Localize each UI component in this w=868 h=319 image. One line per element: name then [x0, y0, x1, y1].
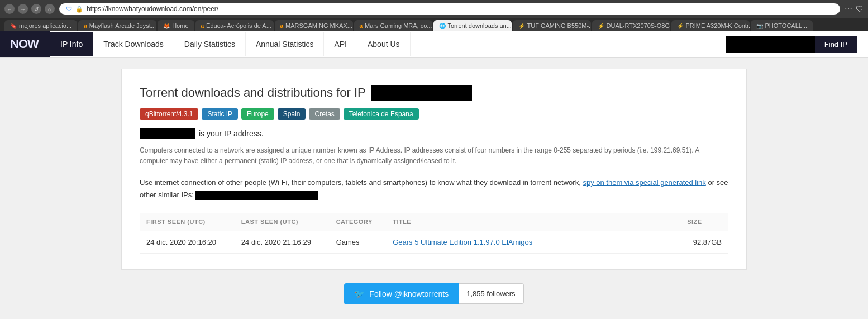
browser-tab-7[interactable]: 🌐 Torrent downloads an... — [433, 20, 512, 31]
nav-search-input[interactable] — [726, 36, 815, 53]
tab-favicon-7: 🌐 — [439, 23, 446, 29]
browser-shield-icon: 🛡 — [66, 6, 72, 12]
tab-label-1: mejores aplicacio... — [19, 22, 71, 29]
browser-menu-icon[interactable]: ⋯ — [845, 4, 852, 13]
ip-mini-redacted — [140, 128, 195, 139]
tab-label-8: TUF GAMING B550M-... — [527, 22, 591, 29]
col-header-category: CATEGORY — [330, 213, 387, 231]
tags-row: qBittorrent/4.3.1 Static IP Europe Spain… — [140, 108, 728, 120]
ip-address-redacted — [371, 85, 472, 101]
browser-tab-1[interactable]: 🔖 mejores aplicacio... — [4, 20, 77, 31]
browser-tab-3[interactable]: 🦊 Home — [158, 20, 194, 31]
tab-label-10: PRIME A320M-K Contr... — [686, 22, 750, 29]
browser-nav-buttons: ← → ↺ ⌂ — [4, 4, 55, 14]
cell-first-seen: 24 dic. 2020 20:16:20 — [140, 231, 235, 253]
tab-favicon-6: a — [360, 23, 363, 29]
site-navigation: NOW IP Info Track Downloads Daily Statis… — [0, 31, 868, 58]
tag-static-ip: Static IP — [202, 108, 238, 120]
tab-label-9: DUAL-RTX2070S-O8G... — [607, 22, 670, 29]
browser-tab-9[interactable]: ⚡ DUAL-RTX2070S-O8G... — [592, 20, 670, 31]
spy-link[interactable]: spy on them via special generated link — [583, 178, 705, 187]
cell-size: 92.87GB — [680, 231, 728, 253]
content-card: Torrent downloads and distributions for … — [121, 69, 747, 270]
back-button[interactable]: ← — [4, 4, 15, 14]
page-title-text: Torrent downloads and distributions for … — [140, 85, 366, 100]
cell-title: Gears 5 Ultimate Edition 1.1.97.0 ElAmig… — [386, 231, 680, 253]
nav-link-track-downloads[interactable]: Track Downloads — [93, 32, 174, 56]
tag-qbittorrent: qBittorrent/4.3.1 — [140, 108, 198, 120]
twitter-icon: 🐦 — [354, 289, 365, 299]
tag-europe: Europe — [241, 108, 274, 120]
use-text-before: Use internet connection of other people … — [140, 178, 581, 187]
tab-label-6: Mars Gaming MRA, co... — [365, 22, 432, 29]
tab-favicon-11: 📷 — [756, 23, 763, 29]
similar-ips-redacted — [195, 191, 318, 200]
tab-favicon-8: ⚡ — [518, 23, 525, 29]
browser-tab-11[interactable]: 📷 PHOTOCALL... — [751, 20, 813, 31]
browser-extension-icon: 🛡 — [856, 4, 864, 13]
find-ip-button[interactable]: Find IP — [815, 36, 857, 53]
browser-tab-6[interactable]: a Mars Gaming MRA, co... — [354, 20, 432, 31]
tag-telefonica: Telefonica de Espana — [344, 108, 419, 120]
main-content: Torrent downloads and distributions for … — [0, 58, 868, 319]
tab-favicon-3: 🦊 — [163, 23, 170, 29]
url-text: https://iknowwhatyoudownload.com/en/peer… — [87, 5, 218, 13]
nav-link-daily-statistics[interactable]: Daily Statistics — [174, 32, 246, 56]
title-link[interactable]: Gears 5 Ultimate Edition 1.1.97.0 ElAmig… — [393, 238, 532, 246]
ip-your-address: is your IP address. — [140, 128, 728, 139]
tab-label-4: Educa- Acrópolis de A... — [206, 22, 271, 29]
nav-search-area: Find IP — [726, 36, 868, 53]
your-ip-label: is your IP address. — [199, 129, 264, 138]
address-bar[interactable]: 🛡 🔒 https://iknowwhatyoudownload.com/en/… — [59, 3, 840, 15]
col-header-title: TITLE — [386, 213, 680, 231]
reload-button[interactable]: ↺ — [31, 4, 41, 14]
cell-category: Games — [330, 231, 387, 253]
twitter-follow-label: Follow @iknowtorrents — [369, 289, 449, 298]
tab-label-7: Torrent downloads an... — [448, 22, 512, 29]
browser-tab-4[interactable]: a Educa- Acrópolis de A... — [195, 20, 274, 31]
tab-label-2: Mayflash Arcade Joyst... — [89, 22, 156, 29]
tab-favicon-10: ⚡ — [677, 23, 684, 29]
tab-favicon-2: a — [84, 23, 87, 29]
site-logo: NOW — [0, 31, 50, 57]
table-header-row: FIRST SEEN (UTC) LAST SEEN (UTC) CATEGOR… — [140, 213, 728, 231]
col-header-size: SIZE — [680, 213, 728, 231]
table-row: 24 dic. 2020 20:16:20 24 dic. 2020 21:16… — [140, 231, 728, 253]
browser-tab-2[interactable]: a Mayflash Arcade Joyst... — [78, 20, 156, 31]
nav-link-api[interactable]: API — [324, 32, 357, 56]
tab-favicon-4: a — [201, 23, 204, 29]
browser-actions: ⋯ 🛡 — [845, 4, 864, 13]
browser-tab-5[interactable]: a MARSGAMING MKAX... — [275, 20, 353, 31]
tag-spain: Spain — [278, 108, 306, 120]
col-header-first-seen: FIRST SEEN (UTC) — [140, 213, 235, 231]
ip-description: Computers connected to a network are ass… — [140, 145, 728, 166]
tab-favicon-1: 🔖 — [10, 23, 17, 29]
browser-lock-icon: 🔒 — [75, 6, 83, 13]
home-button[interactable]: ⌂ — [45, 4, 55, 14]
footer-area: 🐦 Follow @iknowtorrents 1,855 followers — [344, 270, 523, 313]
nav-links: IP Info Track Downloads Daily Statistics… — [50, 32, 726, 56]
tab-label-5: MARSGAMING MKAX... — [285, 22, 352, 29]
col-header-last-seen: LAST SEEN (UTC) — [235, 213, 330, 231]
browser-tab-8[interactable]: ⚡ TUF GAMING B550M-... — [513, 20, 591, 31]
twitter-follow-button[interactable]: 🐦 Follow @iknowtorrents — [344, 283, 459, 304]
tab-label-11: PHOTOCALL... — [765, 22, 808, 29]
forward-button[interactable]: → — [18, 4, 28, 14]
cell-last-seen: 24 dic. 2020 21:16:29 — [235, 231, 330, 253]
nav-link-about-us[interactable]: About Us — [357, 32, 411, 56]
browser-tab-10[interactable]: ⚡ PRIME A320M-K Contr... — [671, 20, 750, 31]
tab-label-3: Home — [172, 22, 188, 29]
tab-favicon-9: ⚡ — [598, 23, 604, 29]
tag-cretas: Cretas — [309, 108, 340, 120]
followers-badge: 1,855 followers — [459, 283, 523, 304]
browser-chrome: ← → ↺ ⌂ 🛡 🔒 https://iknowwhatyoudownload… — [0, 0, 868, 18]
use-text: Use internet connection of other people … — [140, 177, 728, 201]
nav-link-annual-statistics[interactable]: Annual Statistics — [246, 32, 325, 56]
page-title: Torrent downloads and distributions for … — [140, 85, 728, 101]
nav-link-ip-info[interactable]: IP Info — [50, 32, 93, 56]
tabs-bar: 🔖 mejores aplicacio... a Mayflash Arcade… — [0, 18, 868, 31]
downloads-table: FIRST SEEN (UTC) LAST SEEN (UTC) CATEGOR… — [140, 213, 728, 254]
tab-favicon-5: a — [280, 23, 284, 29]
